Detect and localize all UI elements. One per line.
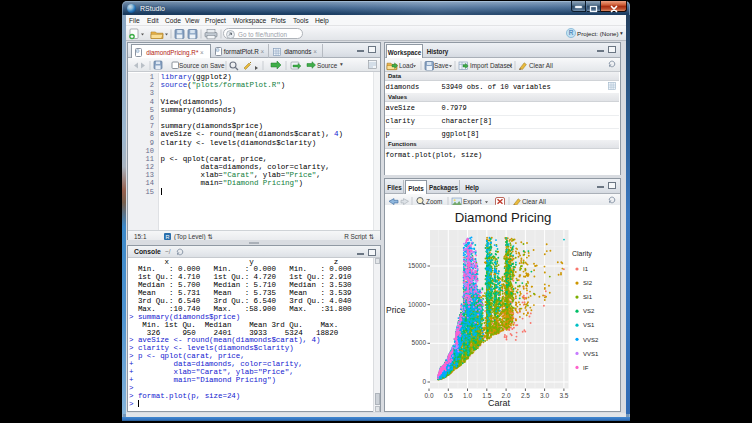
svg-text:5000: 5000 — [412, 339, 427, 346]
svg-text:SI2: SI2 — [583, 280, 593, 286]
svg-text:10000: 10000 — [408, 301, 426, 308]
svg-text:15000: 15000 — [408, 262, 426, 269]
svg-text:VVS1: VVS1 — [583, 351, 599, 357]
svg-text:VVS2: VVS2 — [583, 337, 599, 343]
svg-text:Carat: Carat — [488, 398, 511, 408]
svg-text:Diamond Pricing: Diamond Pricing — [455, 210, 552, 225]
svg-text:Price: Price — [386, 305, 406, 315]
svg-text:R: R — [569, 29, 574, 36]
svg-text:VS1: VS1 — [583, 322, 595, 328]
svg-text:IF: IF — [583, 365, 589, 371]
svg-text:0.5: 0.5 — [444, 392, 453, 399]
svg-text:VS2: VS2 — [583, 308, 595, 314]
svg-text:SI1: SI1 — [583, 294, 593, 300]
svg-text:3.0: 3.0 — [540, 392, 549, 399]
svg-text:R: R — [166, 233, 170, 239]
svg-text:2.5: 2.5 — [521, 392, 530, 399]
svg-text:I1: I1 — [583, 266, 589, 272]
svg-text:Clarity: Clarity — [572, 250, 592, 258]
svg-text:0: 0 — [422, 378, 426, 385]
svg-text:1.0: 1.0 — [463, 392, 472, 399]
svg-text:3.5: 3.5 — [559, 392, 568, 399]
svg-text:0.0: 0.0 — [424, 392, 433, 399]
